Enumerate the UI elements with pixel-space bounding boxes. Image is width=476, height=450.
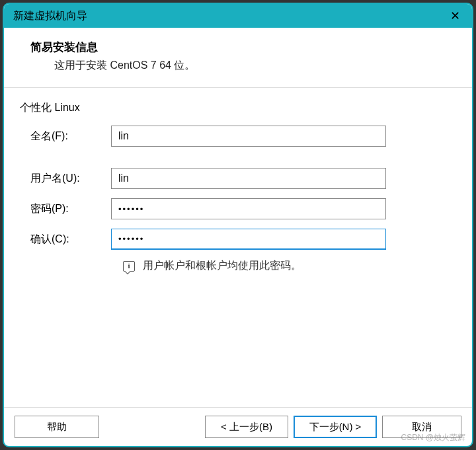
hint-text: 用户帐户和根帐户均使用此密码。 bbox=[143, 259, 301, 273]
window-title: 新建虚拟机向导 bbox=[13, 9, 87, 23]
section-label: 个性化 Linux bbox=[20, 101, 456, 115]
row-password: 密码(P): bbox=[20, 198, 456, 219]
confirm-input[interactable] bbox=[111, 229, 386, 250]
password-input[interactable] bbox=[111, 198, 386, 219]
row-username: 用户名(U): bbox=[20, 168, 456, 189]
header-subtitle: 这用于安装 CentOS 7 64 位。 bbox=[54, 59, 454, 73]
hint-row: 用户帐户和根帐户均使用此密码。 bbox=[123, 259, 456, 273]
body: 个性化 Linux 全名(F): 用户名(U): 密码(P): 确认(C): 用… bbox=[4, 88, 472, 407]
help-button[interactable]: 帮助 bbox=[15, 416, 99, 438]
username-label: 用户名(U): bbox=[20, 172, 111, 186]
password-label: 密码(P): bbox=[20, 202, 111, 216]
header-title: 简易安装信息 bbox=[30, 40, 454, 55]
close-icon[interactable]: ✕ bbox=[448, 7, 463, 24]
info-icon bbox=[123, 261, 135, 272]
header-section: 简易安装信息 这用于安装 CentOS 7 64 位。 bbox=[4, 28, 472, 88]
titlebar: 新建虚拟机向导 ✕ bbox=[4, 4, 472, 28]
row-fullname: 全名(F): bbox=[20, 126, 456, 147]
back-button[interactable]: < 上一步(B) bbox=[205, 416, 288, 438]
footer: 帮助 < 上一步(B) 下一步(N) > 取消 bbox=[4, 407, 472, 446]
cancel-button[interactable]: 取消 bbox=[382, 416, 461, 438]
fullname-input[interactable] bbox=[111, 126, 386, 147]
username-input[interactable] bbox=[111, 168, 386, 189]
next-button[interactable]: 下一步(N) > bbox=[294, 416, 377, 438]
row-confirm: 确认(C): bbox=[20, 229, 456, 250]
confirm-label: 确认(C): bbox=[20, 233, 111, 246]
fullname-label: 全名(F): bbox=[20, 130, 111, 143]
wizard-window: 新建虚拟机向导 ✕ 简易安装信息 这用于安装 CentOS 7 64 位。 个性… bbox=[3, 3, 473, 447]
